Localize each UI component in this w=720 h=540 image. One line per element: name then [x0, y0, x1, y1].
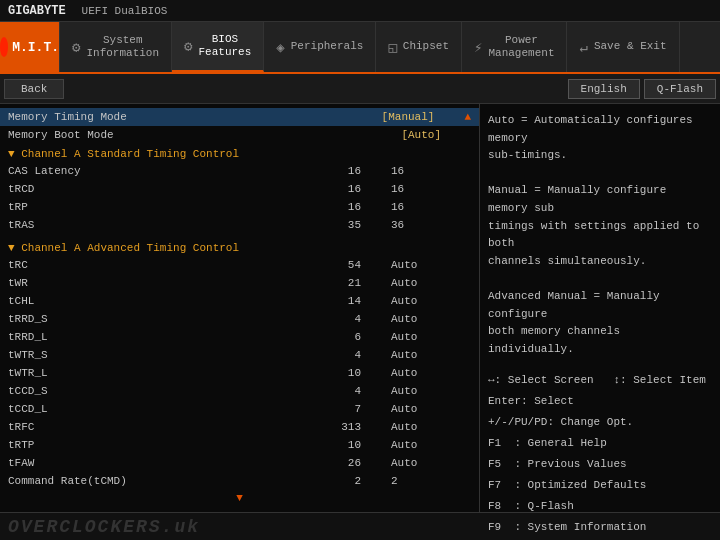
twtr-s-v1: 4 — [331, 349, 391, 361]
trc-v2: Auto — [391, 259, 471, 271]
tab-peripherals-label: Peripherals — [291, 40, 364, 53]
trrd-l-v2: Auto — [391, 331, 471, 343]
twr-label: tWR — [8, 277, 331, 289]
trrd-l-v1: 6 — [331, 331, 391, 343]
cmd-rate-row[interactable]: Command Rate(tCMD) 2 2 — [0, 472, 479, 490]
trrd-s-row[interactable]: tRRD_S 4 Auto — [0, 310, 479, 328]
tab-power-mgmt[interactable]: ⚡ PowerManagement — [462, 22, 567, 72]
tfaw-label: tFAW — [8, 457, 331, 469]
cas-latency-row[interactable]: CAS Latency 16 16 — [0, 162, 479, 180]
twtr-s-label: tWTR_S — [8, 349, 331, 361]
tab-system-info[interactable]: ⚙ SystemInformation — [60, 22, 172, 72]
top-bar: GIGABYTE UEFI DualBIOS — [0, 0, 720, 22]
main-content: Memory Timing Mode [Manual] ▲ Memory Boo… — [0, 104, 720, 512]
trc-row[interactable]: tRC 54 Auto — [0, 256, 479, 274]
tras-row[interactable]: tRAS 35 36 — [0, 216, 479, 234]
trp-label: tRP — [8, 201, 331, 213]
tchl-v2: Auto — [391, 295, 471, 307]
system-info-icon: ⚙ — [72, 39, 80, 56]
twr-v1: 21 — [331, 277, 391, 289]
key-change-opt: +/-/PU/PD: Change Opt. — [488, 412, 712, 433]
mit-label: M.I.T. — [12, 40, 59, 55]
back-button[interactable]: Back — [4, 79, 64, 99]
trrd-s-v1: 4 — [331, 313, 391, 325]
scroll-up-arrow: ▲ — [464, 111, 471, 123]
cmd-rate-v2: 2 — [391, 475, 471, 487]
save-exit-icon: ↵ — [579, 39, 587, 56]
tras-v1: 35 — [331, 219, 391, 231]
twtr-s-v2: Auto — [391, 349, 471, 361]
section-a-standard-title: ▼ Channel A Standard Timing Control — [8, 148, 239, 160]
tccd-s-row[interactable]: tCCD_S 4 Auto — [0, 382, 479, 400]
memory-boot-label: Memory Boot Mode — [8, 129, 401, 141]
tccd-l-row[interactable]: tCCD_L 7 Auto — [0, 400, 479, 418]
tab-bios-features-label: BIOSFeatures — [199, 33, 252, 59]
power-icon: ⚡ — [474, 39, 482, 56]
key-f8: F8 : Q-Flash — [488, 496, 712, 517]
trtp-row[interactable]: tRTP 10 Auto — [0, 436, 479, 454]
right-panel: Auto = Automatically configures memory s… — [480, 104, 720, 512]
twtr-l-v1: 10 — [331, 367, 391, 379]
tchl-label: tCHL — [8, 295, 331, 307]
key-f7: F7 : Optimized Defaults — [488, 475, 712, 496]
key-f9: F9 : System Information — [488, 517, 712, 538]
tccd-s-v1: 4 — [331, 385, 391, 397]
mit-button[interactable]: M.I.T. — [0, 22, 60, 72]
language-button[interactable]: English — [568, 79, 640, 99]
trrd-l-row[interactable]: tRRD_L 6 Auto — [0, 328, 479, 346]
twr-v2: Auto — [391, 277, 471, 289]
trfc-v1: 313 — [331, 421, 391, 433]
tab-bios-features[interactable]: ⚙ BIOSFeatures — [172, 22, 264, 72]
tccd-l-label: tCCD_L — [8, 403, 331, 415]
key-help: ↔: Select Screen ↕: Select Item Enter: S… — [488, 370, 712, 540]
key-enter: Enter: Select — [488, 391, 712, 412]
memory-boot-mode-row[interactable]: Memory Boot Mode [Auto] — [0, 126, 479, 144]
twtr-l-row[interactable]: tWTR_L 10 Auto — [0, 364, 479, 382]
memory-timing-value: [Manual] — [382, 111, 435, 123]
tfaw-v2: Auto — [391, 457, 471, 469]
trp-v2: 16 — [391, 201, 471, 213]
qflash-button[interactable]: Q-Flash — [644, 79, 716, 99]
left-panel: Memory Timing Mode [Manual] ▲ Memory Boo… — [0, 104, 480, 512]
trfc-v2: Auto — [391, 421, 471, 433]
tccd-l-v1: 7 — [331, 403, 391, 415]
trc-label: tRC — [8, 259, 331, 271]
tfaw-v1: 26 — [331, 457, 391, 469]
tccd-s-v2: Auto — [391, 385, 471, 397]
section-a-advanced-title: ▼ Channel A Advanced Timing Control — [8, 242, 239, 254]
key-f1: F1 : General Help — [488, 433, 712, 454]
cas-latency-v1: 16 — [331, 165, 391, 177]
trp-v1: 16 — [331, 201, 391, 213]
trfc-label: tRFC — [8, 421, 331, 433]
scroll-down-arrow: ▼ — [0, 490, 479, 506]
mit-circle — [0, 37, 8, 57]
trfc-row[interactable]: tRFC 313 Auto — [0, 418, 479, 436]
trrd-l-label: tRRD_L — [8, 331, 331, 343]
memory-timing-label: Memory Timing Mode — [8, 111, 382, 123]
key-f5: F5 : Previous Values — [488, 454, 712, 475]
tfaw-row[interactable]: tFAW 26 Auto — [0, 454, 479, 472]
section-a-standard-header: ▼ Channel A Standard Timing Control — [0, 144, 479, 162]
cas-latency-v2: 16 — [391, 165, 471, 177]
bios-label: UEFI DualBIOS — [82, 5, 168, 17]
chipset-icon: ◱ — [388, 39, 396, 56]
tchl-row[interactable]: tCHL 14 Auto — [0, 292, 479, 310]
trp-row[interactable]: tRP 16 16 — [0, 198, 479, 216]
tab-peripherals[interactable]: ◈ Peripherals — [264, 22, 376, 72]
tab-system-info-label: SystemInformation — [86, 34, 159, 60]
trrd-s-label: tRRD_S — [8, 313, 331, 325]
tccd-l-v2: Auto — [391, 403, 471, 415]
tab-chipset[interactable]: ◱ Chipset — [376, 22, 462, 72]
trtp-v1: 10 — [331, 439, 391, 451]
trtp-v2: Auto — [391, 439, 471, 451]
trcd-row[interactable]: tRCD 16 16 — [0, 180, 479, 198]
tchl-v1: 14 — [331, 295, 391, 307]
tab-power-label: PowerManagement — [488, 34, 554, 60]
twr-row[interactable]: tWR 21 Auto — [0, 274, 479, 292]
tab-save-exit[interactable]: ↵ Save & Exit — [567, 22, 679, 72]
memory-timing-mode-row[interactable]: Memory Timing Mode [Manual] ▲ — [0, 108, 479, 126]
section-a-advanced-header: ▼ Channel A Advanced Timing Control — [0, 238, 479, 256]
memory-boot-value: [Auto] — [401, 129, 441, 141]
peripherals-icon: ◈ — [276, 39, 284, 56]
twtr-s-row[interactable]: tWTR_S 4 Auto — [0, 346, 479, 364]
